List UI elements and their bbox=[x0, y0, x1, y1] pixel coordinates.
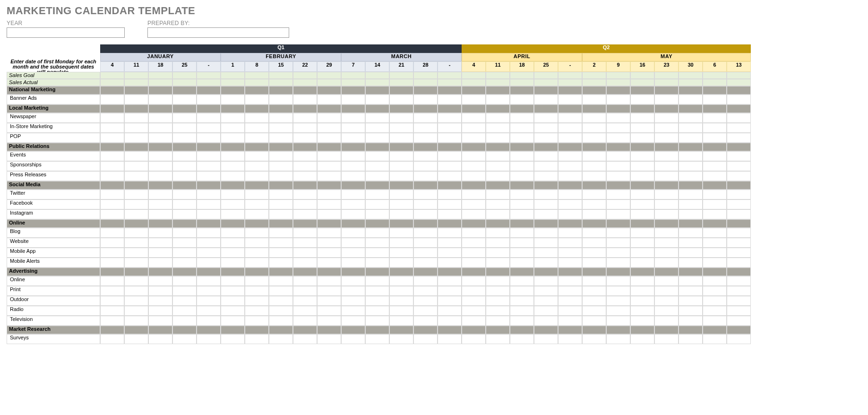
calendar-cell[interactable] bbox=[245, 161, 269, 171]
calendar-cell[interactable] bbox=[534, 123, 558, 133]
calendar-cell[interactable] bbox=[148, 258, 172, 268]
calendar-cell[interactable] bbox=[317, 199, 341, 209]
calendar-cell[interactable] bbox=[269, 238, 293, 248]
calendar-cell[interactable] bbox=[389, 190, 413, 199]
calendar-cell[interactable] bbox=[413, 199, 438, 209]
calendar-cell[interactable] bbox=[510, 151, 534, 161]
calendar-cell[interactable] bbox=[558, 306, 582, 316]
calendar-cell[interactable] bbox=[582, 258, 606, 268]
calendar-cell[interactable] bbox=[703, 151, 727, 161]
calendar-cell[interactable] bbox=[727, 238, 751, 248]
calendar-cell[interactable] bbox=[100, 190, 124, 199]
calendar-cell[interactable] bbox=[606, 238, 630, 248]
calendar-cell[interactable] bbox=[534, 199, 558, 209]
calendar-cell[interactable] bbox=[727, 248, 751, 258]
calendar-cell[interactable] bbox=[341, 286, 365, 296]
calendar-cell[interactable] bbox=[317, 296, 341, 306]
calendar-cell[interactable] bbox=[245, 248, 269, 258]
calendar-cell[interactable] bbox=[245, 133, 269, 143]
calendar-cell[interactable] bbox=[727, 276, 751, 286]
goal-cell[interactable] bbox=[221, 79, 245, 86]
calendar-cell[interactable] bbox=[148, 171, 172, 181]
calendar-cell[interactable] bbox=[365, 296, 389, 306]
calendar-cell[interactable] bbox=[293, 316, 317, 326]
goal-cell[interactable] bbox=[389, 72, 413, 79]
calendar-cell[interactable] bbox=[510, 296, 534, 306]
calendar-cell[interactable] bbox=[221, 199, 245, 209]
calendar-cell[interactable] bbox=[389, 113, 413, 123]
calendar-cell[interactable] bbox=[389, 199, 413, 209]
calendar-cell[interactable] bbox=[462, 151, 486, 161]
calendar-cell[interactable] bbox=[438, 316, 462, 326]
goal-cell[interactable] bbox=[124, 79, 148, 86]
calendar-cell[interactable] bbox=[630, 306, 654, 316]
calendar-cell[interactable] bbox=[462, 276, 486, 286]
calendar-cell[interactable] bbox=[197, 151, 221, 161]
calendar-cell[interactable] bbox=[654, 209, 679, 219]
calendar-cell[interactable] bbox=[510, 228, 534, 238]
calendar-cell[interactable] bbox=[630, 171, 654, 181]
calendar-cell[interactable] bbox=[197, 95, 221, 104]
calendar-cell[interactable] bbox=[365, 276, 389, 286]
calendar-cell[interactable] bbox=[293, 209, 317, 219]
calendar-cell[interactable] bbox=[679, 238, 703, 248]
calendar-cell[interactable] bbox=[317, 209, 341, 219]
calendar-cell[interactable] bbox=[438, 296, 462, 306]
goal-cell[interactable] bbox=[510, 72, 534, 79]
calendar-cell[interactable] bbox=[510, 190, 534, 199]
calendar-cell[interactable] bbox=[365, 151, 389, 161]
day-header[interactable]: 16 bbox=[630, 61, 654, 72]
calendar-cell[interactable] bbox=[100, 123, 124, 133]
calendar-cell[interactable] bbox=[534, 238, 558, 248]
calendar-cell[interactable] bbox=[510, 248, 534, 258]
calendar-cell[interactable] bbox=[172, 123, 197, 133]
calendar-cell[interactable] bbox=[486, 151, 510, 161]
calendar-cell[interactable] bbox=[148, 238, 172, 248]
calendar-cell[interactable] bbox=[221, 276, 245, 286]
calendar-cell[interactable] bbox=[462, 248, 486, 258]
calendar-cell[interactable] bbox=[438, 286, 462, 296]
goal-cell[interactable] bbox=[269, 79, 293, 86]
goal-cell[interactable] bbox=[582, 72, 606, 79]
calendar-cell[interactable] bbox=[558, 316, 582, 326]
calendar-cell[interactable] bbox=[389, 133, 413, 143]
calendar-cell[interactable] bbox=[606, 113, 630, 123]
calendar-cell[interactable] bbox=[558, 190, 582, 199]
calendar-cell[interactable] bbox=[462, 171, 486, 181]
calendar-cell[interactable] bbox=[462, 209, 486, 219]
calendar-cell[interactable] bbox=[438, 123, 462, 133]
calendar-cell[interactable] bbox=[510, 316, 534, 326]
goal-cell[interactable] bbox=[727, 72, 751, 79]
calendar-cell[interactable] bbox=[413, 316, 438, 326]
calendar-cell[interactable] bbox=[317, 316, 341, 326]
calendar-cell[interactable] bbox=[558, 133, 582, 143]
goal-cell[interactable] bbox=[654, 79, 679, 86]
calendar-cell[interactable] bbox=[148, 276, 172, 286]
calendar-cell[interactable] bbox=[100, 276, 124, 286]
calendar-cell[interactable] bbox=[124, 209, 148, 219]
goal-cell[interactable] bbox=[100, 72, 124, 79]
calendar-cell[interactable] bbox=[534, 228, 558, 238]
calendar-cell[interactable] bbox=[341, 171, 365, 181]
calendar-cell[interactable] bbox=[679, 258, 703, 268]
calendar-cell[interactable] bbox=[124, 258, 148, 268]
calendar-cell[interactable] bbox=[413, 209, 438, 219]
calendar-cell[interactable] bbox=[389, 151, 413, 161]
calendar-cell[interactable] bbox=[341, 151, 365, 161]
calendar-cell[interactable] bbox=[148, 209, 172, 219]
calendar-cell[interactable] bbox=[413, 171, 438, 181]
calendar-cell[interactable] bbox=[534, 161, 558, 171]
calendar-cell[interactable] bbox=[654, 248, 679, 258]
calendar-cell[interactable] bbox=[679, 276, 703, 286]
calendar-cell[interactable] bbox=[124, 228, 148, 238]
calendar-cell[interactable] bbox=[221, 306, 245, 316]
calendar-cell[interactable] bbox=[703, 248, 727, 258]
calendar-cell[interactable] bbox=[197, 113, 221, 123]
calendar-cell[interactable] bbox=[534, 306, 558, 316]
calendar-cell[interactable] bbox=[100, 151, 124, 161]
calendar-cell[interactable] bbox=[124, 161, 148, 171]
calendar-cell[interactable] bbox=[679, 161, 703, 171]
goal-cell[interactable] bbox=[197, 79, 221, 86]
goal-cell[interactable] bbox=[293, 79, 317, 86]
calendar-cell[interactable] bbox=[438, 95, 462, 104]
